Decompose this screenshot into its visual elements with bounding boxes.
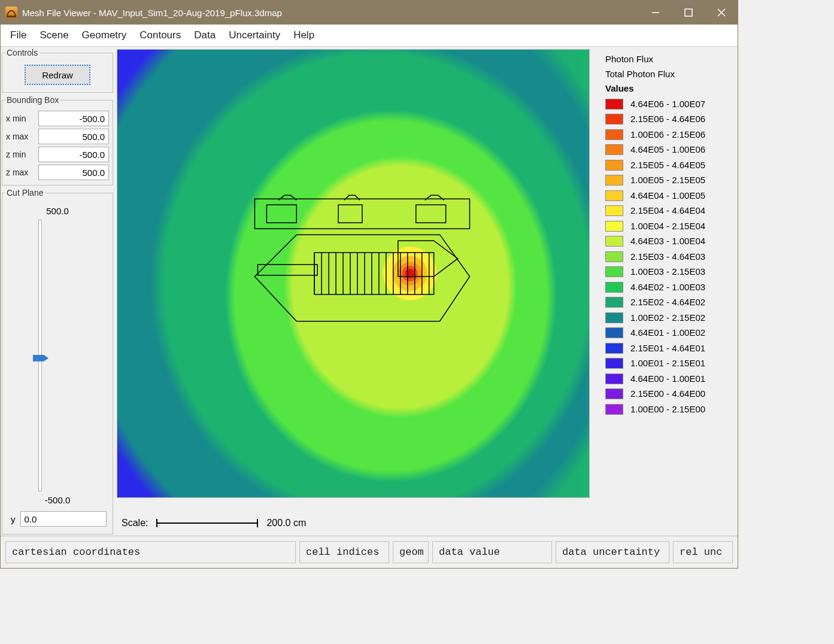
bbox-row-zmin: z min xyxy=(6,147,109,162)
minimize-icon xyxy=(651,8,660,17)
legend-row: 1.00E03 - 2.15E03 xyxy=(605,265,733,279)
titlebar: Mesh File Viewer - MAV_Input_Sim1_20-Aug… xyxy=(1,1,738,25)
legend-swatch xyxy=(605,266,623,277)
legend-swatch xyxy=(605,404,623,415)
legend-swatch xyxy=(605,129,623,140)
window-title: Mesh File Viewer - MAV_Input_Sim1_20-Aug… xyxy=(22,8,282,18)
scale-bar-icon xyxy=(156,523,258,524)
legend-row: 2.15E00 - 4.64E00 xyxy=(605,387,733,401)
controls-panel: Controls Redraw xyxy=(2,48,113,93)
legend-range-label: 4.64E05 - 1.00E06 xyxy=(630,143,705,157)
main-area: Photon Flux Total Photon Flux Values 4.6… xyxy=(116,48,736,534)
heatmap-canvas xyxy=(117,50,589,497)
menubar: File Scene Geometry Contours Data Uncert… xyxy=(1,25,738,47)
menu-file[interactable]: File xyxy=(4,27,32,44)
legend-swatch xyxy=(605,114,623,124)
xmax-input[interactable] xyxy=(38,129,109,144)
cutplane-min: -500.0 xyxy=(6,495,109,505)
cutplane-value-row: y xyxy=(6,510,109,529)
xmin-input[interactable] xyxy=(38,111,109,126)
legend-swatch xyxy=(605,312,623,323)
legend-range-label: 4.64E01 - 1.00E02 xyxy=(630,326,705,340)
client-area: Controls Redraw Bounding Box x min x max… xyxy=(1,47,738,536)
svg-rect-2 xyxy=(685,9,692,16)
maximize-button[interactable] xyxy=(672,1,705,25)
zmax-input[interactable] xyxy=(38,165,109,180)
cutplane-axis-label: y xyxy=(11,514,16,524)
legend-range-label: 4.64E06 - 1.00E07 xyxy=(630,98,705,111)
legend-row: 4.64E00 - 1.00E01 xyxy=(605,372,733,386)
legend-row: 4.64E06 - 1.00E07 xyxy=(605,98,733,111)
legend-swatch xyxy=(605,282,623,293)
statusbar: cartesian coordinates cell indices geom … xyxy=(1,536,738,568)
bbox-label: z max xyxy=(6,168,38,177)
close-button[interactable] xyxy=(705,1,738,25)
legend-row: 4.64E04 - 1.00E05 xyxy=(605,189,733,203)
zmin-input[interactable] xyxy=(38,147,109,162)
legend-panel: Photon Flux Total Photon Flux Values 4.6… xyxy=(590,49,735,513)
legend-swatch xyxy=(605,251,623,262)
legend-row: 4.64E03 - 1.00E04 xyxy=(605,235,733,248)
legend-range-label: 1.00E05 - 2.15E05 xyxy=(630,174,705,187)
controls-legend: Controls xyxy=(5,48,40,57)
legend-range-label: 4.64E03 - 1.00E04 xyxy=(630,235,705,248)
legend-row: 1.00E04 - 2.15E04 xyxy=(605,220,733,233)
app-window: Mesh File Viewer - MAV_Input_Sim1_20-Aug… xyxy=(0,0,738,569)
cutplane-slider[interactable] xyxy=(6,220,109,491)
close-icon xyxy=(717,8,726,17)
viz-row: Photon Flux Total Photon Flux Values 4.6… xyxy=(116,48,736,514)
legend-row: 4.64E05 - 1.00E06 xyxy=(605,143,733,157)
menu-data[interactable]: Data xyxy=(188,27,222,44)
legend-swatch xyxy=(605,373,623,384)
bbox-legend: Bounding Box xyxy=(5,95,60,105)
bbox-label: x max xyxy=(6,132,38,141)
legend-row: 1.00E00 - 2.15E00 xyxy=(605,403,733,417)
legend-range-label: 1.00E01 - 2.15E01 xyxy=(630,357,705,370)
cutplane-max: 500.0 xyxy=(6,206,109,216)
legend-range-label: 2.15E03 - 4.64E03 xyxy=(630,250,705,264)
legend-range-label: 1.00E03 - 2.15E03 xyxy=(630,265,705,279)
legend-values-label: Values xyxy=(605,82,733,96)
legend-row: 4.64E01 - 1.00E02 xyxy=(605,326,733,340)
menu-scene[interactable]: Scene xyxy=(34,27,74,44)
legend-row: 1.00E02 - 2.15E02 xyxy=(605,311,733,325)
bbox-row-zmax: z max xyxy=(6,165,109,180)
status-data-value: data value xyxy=(432,541,552,563)
legend-range-label: 2.15E04 - 4.64E04 xyxy=(630,204,705,218)
legend-swatch xyxy=(605,144,623,155)
mesh-viewport[interactable] xyxy=(117,49,590,498)
menu-contours[interactable]: Contours xyxy=(134,27,187,44)
menu-uncertainty[interactable]: Uncertainty xyxy=(223,27,286,44)
legend-swatch xyxy=(605,297,623,308)
legend-swatch xyxy=(605,221,623,232)
menu-help[interactable]: Help xyxy=(287,27,320,44)
minimize-button[interactable] xyxy=(639,1,672,25)
legend-row: 2.15E06 - 4.64E06 xyxy=(605,113,733,126)
legend-range-label: 4.64E04 - 1.00E05 xyxy=(630,189,705,203)
legend-range-label: 2.15E05 - 4.64E05 xyxy=(630,159,705,172)
cutplane-value-input[interactable] xyxy=(20,511,107,527)
legend-row: 4.64E02 - 1.00E03 xyxy=(605,281,733,294)
legend-swatch xyxy=(605,190,623,201)
legend-swatch xyxy=(605,236,623,247)
redraw-button[interactable]: Redraw xyxy=(25,65,90,85)
legend-range-label: 2.15E06 - 4.64E06 xyxy=(630,113,705,126)
bbox-row-xmax: x max xyxy=(6,129,109,144)
legend-swatch xyxy=(605,175,623,186)
bbox-row-xmin: x min xyxy=(6,111,109,126)
legend-range-label: 1.00E00 - 2.15E00 xyxy=(630,403,705,417)
legend-range-label: 2.15E02 - 4.64E02 xyxy=(630,296,705,309)
legend-title: Photon Flux xyxy=(605,53,733,66)
legend-range-label: 1.00E02 - 2.15E02 xyxy=(630,311,705,325)
scale-value: 200.0 cm xyxy=(266,518,306,528)
legend-swatch xyxy=(605,327,623,338)
legend-swatch xyxy=(605,205,623,216)
bbox-label: z min xyxy=(6,150,38,159)
status-geom: geom xyxy=(393,541,429,563)
legend-range-label: 2.15E00 - 4.64E00 xyxy=(630,387,705,401)
svg-rect-0 xyxy=(7,16,16,17)
menu-geometry[interactable]: Geometry xyxy=(76,27,133,44)
status-coords: cartesian coordinates xyxy=(5,541,296,563)
legend-range-label: 1.00E04 - 2.15E04 xyxy=(630,220,705,233)
app-icon xyxy=(5,7,17,19)
